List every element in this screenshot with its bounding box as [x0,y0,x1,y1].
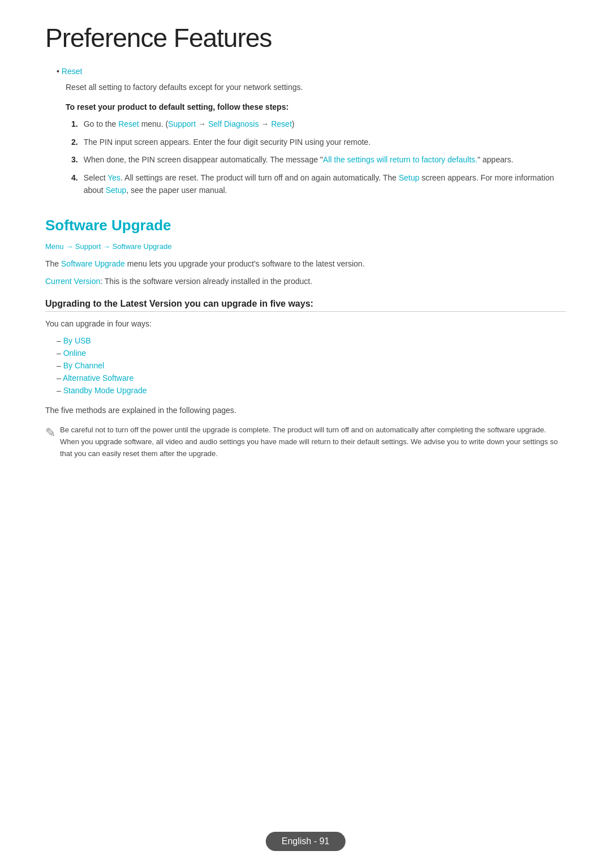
software-upgrade-title: Software Upgrade [45,217,566,234]
step-4: 4. Select Yes. All settings are reset. T… [66,172,566,196]
reset-description: Reset all setting to factory defaults ex… [66,81,566,93]
software-upgrade-link[interactable]: Software Upgrade [61,259,125,268]
software-upgrade-breadcrumb: Menu → Support → Software Upgrade [45,242,566,251]
alternative-software-link[interactable]: Alternative Software [63,373,134,383]
breadcrumb-support[interactable]: Support [75,242,101,251]
reset-steps: 1. Go to the Reset menu. (Support → Self… [66,118,566,196]
step3-factory-link[interactable]: All the settings will return to factory … [323,155,477,164]
upgrade-list: By USB Online By Channel Alternative Sof… [57,336,566,395]
arrow2: → [103,242,113,251]
step1-reset2-link[interactable]: Reset [271,119,292,128]
step-1: 1. Go to the Reset menu. (Support → Self… [66,118,566,131]
online-link[interactable]: Online [63,349,86,358]
reset-bullet: Reset [57,67,566,76]
step-4-text: Select Yes. All settings are reset. The … [84,172,566,196]
upgrade-item-standby: Standby Mode Upgrade [57,386,566,395]
step-3-num: 3. [71,154,78,166]
step-2: 2. The PIN input screen appears. Enter t… [66,136,566,149]
upgrade-item-online: Online [57,349,566,358]
page-title: Preference Features [45,23,566,53]
by-usb-link[interactable]: By USB [63,336,91,345]
step-1-num: 1. [71,118,78,131]
software-upgrade-section: Software Upgrade Menu → Support → Softwa… [45,217,566,459]
arrow1: → [66,242,75,251]
step4-setup2-link[interactable]: Setup [106,186,127,195]
reset-link[interactable]: Reset [62,67,83,76]
step-4-num: 4. [71,172,78,184]
five-methods-text: The five methods are explained in the fo… [45,404,566,416]
step1-support-link[interactable]: Support [168,119,196,128]
upgrade-item-channel: By Channel [57,361,566,370]
upgrade-subsection-title: Upgrading to the Latest Version you can … [45,299,566,312]
step1-selfdiag-link[interactable]: Self Diagnosis [208,119,259,128]
footer-label: English - 91 [266,832,346,851]
current-version-link[interactable]: Current Version [45,277,100,286]
breadcrumb-software-upgrade[interactable]: Software Upgrade [113,242,172,251]
note-box: ✎ Be careful not to turn off the power u… [45,424,566,459]
note-icon: ✎ [45,426,55,440]
step-3: 3. When done, the PIN screen disappear a… [66,154,566,166]
page-container: Preference Features Reset Reset all sett… [0,0,611,516]
step1-reset-link[interactable]: Reset [118,119,139,128]
upgrade-intro: You can upgrade in four ways: [45,317,566,330]
software-upgrade-desc1: The Software Upgrade menu lets you upgra… [45,257,566,270]
reset-instruction: To reset your product to default setting… [66,102,566,111]
step-2-num: 2. [71,136,78,149]
software-upgrade-desc2: Current Version: This is the software ve… [45,275,566,287]
upgrade-item-usb: By USB [57,336,566,345]
step-3-text: When done, the PIN screen disappear auto… [84,154,514,166]
upgrade-item-alternative: Alternative Software [57,373,566,383]
note-text: Be careful not to turn off the power unt… [60,424,566,459]
by-channel-link[interactable]: By Channel [63,361,104,370]
step-1-text: Go to the Reset menu. (Support → Self Di… [84,118,295,131]
breadcrumb-menu[interactable]: Menu [45,242,64,251]
step4-yes-link[interactable]: Yes [107,173,121,182]
step4-setup-link[interactable]: Setup [399,173,420,182]
standby-mode-link[interactable]: Standby Mode Upgrade [63,386,147,395]
step-2-text: The PIN input screen appears. Enter the … [84,136,371,149]
